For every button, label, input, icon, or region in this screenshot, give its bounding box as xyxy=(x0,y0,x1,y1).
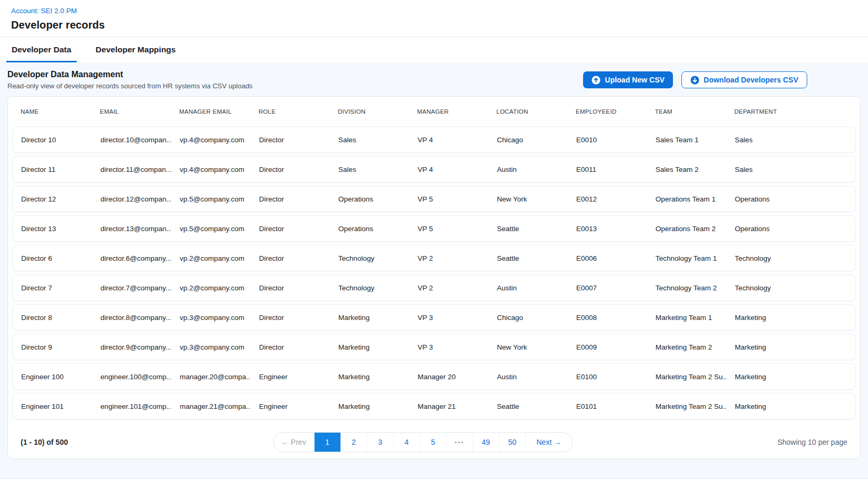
cell-division: Sales xyxy=(330,136,409,144)
cell-name: Director 7 xyxy=(13,284,92,292)
cell-manager-email: vp.4@company.com xyxy=(171,136,251,144)
developer-data-panel: Developer Data Management Read-only view… xyxy=(0,62,868,479)
page-button-1[interactable]: 1 xyxy=(314,433,340,452)
cell-role: Engineer xyxy=(251,402,330,410)
cell-division: Technology xyxy=(330,254,409,262)
cell-manager: VP 3 xyxy=(409,314,488,322)
column-header-location: LOCATION xyxy=(488,108,567,115)
cell-role: Director xyxy=(251,136,330,144)
page-button-5[interactable]: 5 xyxy=(420,433,446,452)
panel-header-text: Developer Data Management Read-only view… xyxy=(7,70,253,90)
cell-manager-email: vp.2@company.com xyxy=(171,254,251,262)
cell-team: Technology Team 2 xyxy=(647,284,726,292)
circle-arrow-up-icon xyxy=(592,76,601,85)
cell-manager: Manager 21 xyxy=(409,402,488,410)
column-header-name: NAME xyxy=(12,108,91,115)
cell-employeeid: E0009 xyxy=(568,343,647,351)
page-button-4[interactable]: 4 xyxy=(393,433,420,452)
pagination: ← Prev12345•••4950Next → xyxy=(273,432,572,452)
table-body: Director 10director.10@compan...vp.4@com… xyxy=(12,126,856,419)
cell-manager: VP 2 xyxy=(409,284,488,292)
cell-team: Marketing Team 1 xyxy=(647,314,726,322)
cell-manager-email: vp.2@company.com xyxy=(171,284,251,292)
table-row: Director 7director.7@company....vp.2@com… xyxy=(12,274,856,301)
cell-employeeid: E0100 xyxy=(568,373,647,381)
cell-division: Marketing xyxy=(330,314,409,322)
cell-name: Engineer 100 xyxy=(13,373,92,381)
cell-role: Director xyxy=(251,166,330,173)
cell-role: Director xyxy=(251,284,330,292)
cell-department: Technology xyxy=(726,284,855,292)
cell-team: Sales Team 2 xyxy=(647,166,726,173)
account-link[interactable]: Account: SEI 2.0 PM xyxy=(11,7,77,15)
tab-developer-mappings[interactable]: Developer Mappings xyxy=(90,37,181,62)
download-developers-csv-button[interactable]: Download Developers CSV xyxy=(681,71,807,88)
cell-division: Technology xyxy=(330,284,409,292)
cell-email: director.11@compan... xyxy=(92,166,171,173)
cell-manager: VP 2 xyxy=(409,254,488,262)
section-title: Developer Data Management xyxy=(7,70,253,79)
cell-email: director.10@compan... xyxy=(92,136,171,144)
cell-role: Director xyxy=(251,195,330,203)
cell-manager-email: vp.3@company.com xyxy=(171,314,251,322)
cell-email: director.8@company.... xyxy=(92,314,171,322)
cell-location: Seattle xyxy=(488,225,568,233)
cell-manager-email: manager.21@compa... xyxy=(171,402,251,410)
upload-new-csv-label: Upload New CSV xyxy=(605,76,664,84)
cell-email: director.7@company.... xyxy=(92,284,171,292)
cell-team: Marketing Team 2 Su... xyxy=(647,402,726,410)
cell-location: Austin xyxy=(488,284,568,292)
table-row: Director 11director.11@compan...vp.4@com… xyxy=(12,156,856,182)
cell-department: Technology xyxy=(726,254,855,262)
cell-employeeid: E0007 xyxy=(568,284,647,292)
cell-role: Director xyxy=(251,314,330,322)
table-row: Director 10director.10@compan...vp.4@com… xyxy=(12,126,856,153)
page-button-3[interactable]: 3 xyxy=(367,433,393,452)
prev-page-button[interactable]: ← Prev xyxy=(274,433,314,452)
cell-department: Operations xyxy=(726,225,855,233)
cell-manager: Manager 20 xyxy=(409,373,488,381)
page-button-2[interactable]: 2 xyxy=(340,433,367,452)
cell-department: Operations xyxy=(726,195,855,203)
column-header-email: EMAIL xyxy=(91,108,171,115)
upload-new-csv-button[interactable]: Upload New CSV xyxy=(583,71,673,88)
panel-header: Developer Data Management Read-only view… xyxy=(7,62,861,96)
cell-name: Director 6 xyxy=(13,254,92,262)
cell-name: Director 9 xyxy=(13,343,92,351)
cell-employeeid: E0006 xyxy=(568,254,647,262)
section-subtitle: Read-only view of developer records sour… xyxy=(7,82,253,90)
cell-name: Director 13 xyxy=(13,225,92,233)
per-page-label: Showing 10 per page xyxy=(778,438,847,446)
cell-name: Director 12 xyxy=(13,195,92,203)
cell-employeeid: E0013 xyxy=(568,225,647,233)
cell-department: Marketing xyxy=(726,343,855,351)
cell-division: Sales xyxy=(330,166,409,173)
table-row: Director 9director.9@company....vp.3@com… xyxy=(12,334,856,360)
circle-arrow-down-icon xyxy=(690,76,699,85)
cell-employeeid: E0012 xyxy=(568,195,647,203)
cell-role: Director xyxy=(251,343,330,351)
cell-location: Austin xyxy=(488,373,568,381)
tab-bar: Developer DataDeveloper Mappings xyxy=(0,37,868,62)
cell-email: director.12@compan... xyxy=(92,195,171,203)
cell-division: Marketing xyxy=(330,402,409,410)
cell-manager: VP 4 xyxy=(409,166,488,173)
next-page-button[interactable]: Next → xyxy=(525,433,572,452)
cell-email: engineer.100@comp... xyxy=(92,373,171,381)
table-row: Director 6director.6@company....vp.2@com… xyxy=(12,245,856,271)
cell-team: Sales Team 1 xyxy=(647,136,726,144)
cell-manager: VP 5 xyxy=(409,195,488,203)
cell-role: Engineer xyxy=(251,373,330,381)
page-button-50[interactable]: 50 xyxy=(499,433,525,452)
cell-manager: VP 3 xyxy=(409,343,488,351)
column-header-manager-email: MANAGER EMAIL xyxy=(171,108,250,115)
cell-location: Chicago xyxy=(488,136,568,144)
table-header-row: NAMEEMAILMANAGER EMAILROLEDIVISIONMANAGE… xyxy=(12,97,856,126)
cell-email: engineer.101@comp... xyxy=(92,402,171,410)
cell-manager-email: vp.4@company.com xyxy=(171,166,251,173)
page-button-49[interactable]: 49 xyxy=(473,433,499,452)
cell-location: Seattle xyxy=(488,254,568,262)
tab-developer-data[interactable]: Developer Data xyxy=(6,37,77,62)
table-footer: (1 - 10) of 500 ← Prev12345•••4950Next →… xyxy=(12,423,856,452)
page-title: Developer records xyxy=(11,19,857,31)
